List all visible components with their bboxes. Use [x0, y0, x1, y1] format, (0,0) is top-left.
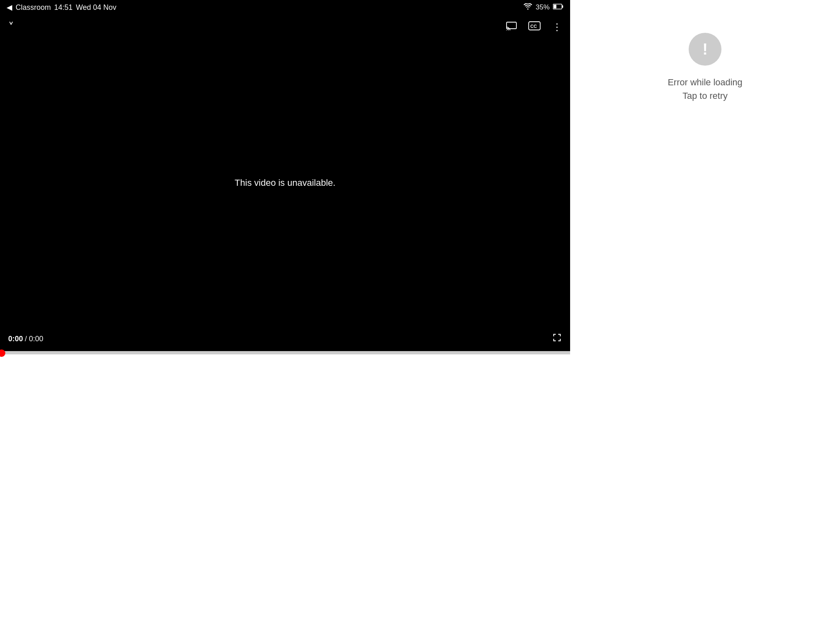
date-label: Wed 04 Nov — [76, 3, 116, 12]
chevron-down-icon[interactable]: ˅ — [8, 21, 14, 33]
cc-icon[interactable]: CC — [528, 21, 541, 33]
video-top-controls: ˅ CC ⋮ — [0, 15, 570, 39]
svg-rect-1 — [562, 5, 563, 8]
error-exclamation-icon: ! — [703, 41, 708, 57]
video-current-time: 0:00 — [8, 335, 23, 343]
error-icon-container[interactable]: ! — [689, 33, 721, 66]
video-time-display: 0:00 / 0:00 — [8, 335, 43, 343]
status-bar-left: ◀ Classroom 14:51 Wed 04 Nov — [7, 3, 116, 12]
battery-icon — [553, 3, 564, 11]
video-top-right-icons: CC ⋮ — [506, 21, 562, 33]
svg-point-4 — [506, 30, 507, 30]
error-line-2[interactable]: Tap to retry — [668, 89, 742, 103]
video-total-time: 0:00 — [29, 335, 43, 343]
error-message[interactable]: Error while loading Tap to retry — [668, 75, 742, 103]
status-bar: ◀ Classroom 14:51 Wed 04 Nov 35% — [0, 0, 570, 15]
status-bar-right: 35% — [523, 3, 564, 11]
back-arrow-icon[interactable]: ◀ — [7, 3, 12, 12]
time-label: 14:51 — [54, 3, 73, 12]
progress-bar[interactable] — [0, 351, 570, 354]
video-unavailable-text: This video is unavailable. — [235, 178, 336, 188]
video-bottom-controls: 0:00 / 0:00 — [0, 326, 570, 351]
right-panel[interactable]: ! Error while loading Tap to retry — [570, 0, 840, 630]
fullscreen-icon[interactable] — [552, 333, 562, 345]
svg-text:CC: CC — [530, 24, 537, 29]
more-options-icon[interactable]: ⋮ — [552, 21, 562, 33]
video-center: This video is unavailable. — [0, 15, 570, 351]
error-line-1: Error while loading — [668, 75, 742, 89]
progress-dot[interactable] — [0, 349, 5, 357]
video-time-separator: / — [25, 335, 29, 343]
progress-bar-fill — [0, 351, 2, 354]
cast-icon[interactable] — [506, 21, 517, 33]
video-player[interactable]: ˅ CC ⋮ This video is — [0, 15, 570, 351]
svg-rect-2 — [554, 5, 557, 9]
app-name-label: Classroom — [16, 3, 51, 12]
battery-label: 35% — [536, 3, 550, 11]
wifi-icon — [523, 3, 532, 11]
